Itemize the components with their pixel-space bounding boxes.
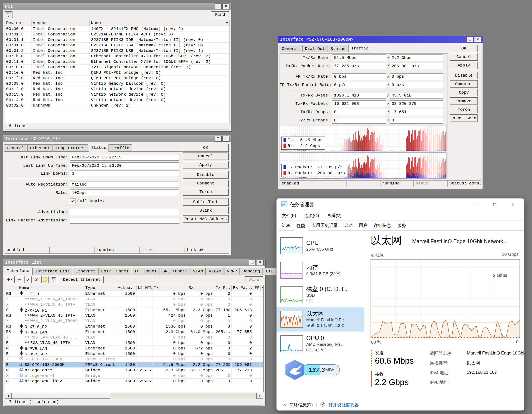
x710-comment-button[interactable]: Comment	[183, 180, 228, 187]
table-row[interactable]: XSZ-CTC-163-300MPPPoE Client0 bps0 bps00	[5, 357, 263, 362]
table-row[interactable]: 00:01.0Intel Corporation82371SB PIIX3 IS…	[5, 43, 229, 48]
x710-apply-button[interactable]: Apply	[183, 161, 228, 168]
table-row[interactable]: 00:03.0Red Hat, Inc.Virtio memory balloo…	[5, 81, 229, 87]
x710-disable-button[interactable]: Disable	[183, 171, 228, 179]
table-row[interactable]: Rbridge-wan-iptvBridge1500655350 bps0 bp…	[5, 379, 263, 384]
table-row[interactable]: 00:14.0Red Hat, Inc.Virtio network devic…	[5, 97, 229, 103]
iflist-col-txp[interactable]: Tx P...	[214, 285, 232, 291]
tx-rx-packets-tx-field[interactable]: 10 631 008	[332, 100, 386, 107]
tx-rx-bytes-rx-field[interactable]: 43.9 GiB	[390, 92, 443, 99]
tab-服务[interactable]: 服务	[394, 221, 409, 231]
maximize-icon[interactable]: □	[215, 136, 222, 142]
iflist-tab-vlan[interactable]: VLAN	[190, 268, 206, 275]
close-icon[interactable]: ×	[504, 200, 522, 209]
table-row[interactable]: R6-USB_SFPEthernet15000 bps0 bps00	[5, 351, 263, 357]
iflist-col-tx[interactable]: Tx	[152, 285, 187, 291]
table-row[interactable]: 00:12.0Red Hat, Inc.Virtio network devic…	[5, 87, 229, 92]
tx-rx-rate-tx-field[interactable]: 51.5 Mbps	[332, 55, 386, 61]
scroll-left-icon[interactable]: ◀	[5, 393, 11, 399]
pppoe-ok-button[interactable]: OK	[450, 45, 478, 52]
pci-col-device[interactable]: Device△	[5, 20, 31, 26]
close-icon[interactable]: ×	[222, 3, 229, 9]
pppoe-comment-button[interactable]: Comment	[450, 80, 478, 88]
table-row[interactable]: 00:02.0unknownunknown (rev: 2)	[5, 103, 229, 108]
fp-tx-rx-rate-tx-field[interactable]: 0 bps	[332, 73, 386, 80]
table-row[interactable]: XWAN_2-VLAN_46_TR069VLAN0 bps0 bps00	[5, 318, 263, 324]
full-duplex-checkbox[interactable]: ✔	[70, 198, 76, 204]
xunlei-speed-badge[interactable]: 137.3 MB/s	[284, 359, 340, 380]
maximize-icon[interactable]: □	[486, 200, 504, 209]
iflist-col-type[interactable]: Type	[84, 285, 117, 291]
x710-cable-test-button[interactable]: Cable Test	[183, 198, 228, 206]
table-row[interactable]: 00:1e.0Red Hat, Inc.QEMU PCI-PCI bridge …	[5, 70, 229, 76]
tx-rx-bytes-tx-field[interactable]: 1026.1 MiB	[332, 92, 386, 99]
pppoe-tab-general[interactable]: General	[279, 45, 302, 52]
enable-button[interactable]: ✔	[24, 276, 32, 283]
iflist-tab-bonding[interactable]: Bonding	[240, 268, 263, 275]
column-chooser[interactable]: /▼	[219, 20, 229, 26]
maximize-icon[interactable]: □	[466, 37, 473, 42]
sidebar-item-以太网[interactable]: 以太网Marvell FastLinQ Ec发送: 0.1 接收: 2.2 G	[276, 307, 364, 331]
iflist-col-rx[interactable]: Rx	[187, 285, 214, 291]
tab-应用历史记录[interactable]: 应用历史记录	[308, 221, 341, 231]
iflist-tab-interface-list[interactable]: Interface List	[32, 268, 73, 275]
scrollbar-thumb[interactable]	[11, 393, 110, 399]
table-row[interactable]: XROS_LAN_VLAN_46_...VLAN0 bps0 bps00	[5, 335, 263, 340]
pci-col-name[interactable]: Name	[90, 20, 219, 26]
advertising-field[interactable]	[70, 209, 179, 215]
tx-rx-errors-rx-field[interactable]: 0	[390, 117, 443, 124]
pppoe-remove-button[interactable]: Remove	[450, 97, 478, 105]
iflist-col-actual-mtu[interactable]: Actua...	[116, 285, 136, 291]
close-icon[interactable]: ×	[256, 260, 264, 265]
x710-tab-traffic[interactable]: Traffic	[109, 144, 132, 151]
table-row[interactable]: 00:11.0Intel CorporationEthernet Control…	[5, 59, 229, 65]
table-row[interactable]: 00:13.0Red Hat, Inc.Virtio network devic…	[5, 92, 229, 97]
x710-tab-status[interactable]: Status	[89, 144, 109, 152]
table-row[interactable]: R5-PVE_LANEthernet15000 bps672 bps02	[5, 346, 263, 351]
iflist-col-fp[interactable]: FP	[253, 285, 261, 291]
pppoe-tab-status[interactable]: Status	[328, 45, 348, 52]
table-row[interactable]: 00:1b.0Intel CorporationEthernet Control…	[5, 54, 229, 59]
horizontal-scrollbar[interactable]: ◀ ▶	[5, 393, 263, 399]
minimize-icon[interactable]: —	[467, 200, 486, 209]
iflist-tab-ip-tunnel[interactable]: IP Tunnel	[132, 268, 160, 275]
tab-详细信息[interactable]: 详细信息	[370, 221, 394, 231]
iflist-tab-interface[interactable]: Interface	[4, 267, 32, 275]
x710-torch-button[interactable]: Torch	[183, 188, 228, 196]
x710-blink-button[interactable]: Blink	[183, 207, 228, 214]
x710-reset-mac-address-button[interactable]: Reset MAC Address	[183, 215, 228, 223]
pppoe-tab-dial-out[interactable]: Dial Out	[302, 45, 327, 52]
column-chooser[interactable]: ▼	[261, 285, 263, 291]
sidebar-item-内存[interactable]: 内存9.3/31.8 GB (29%)	[276, 258, 364, 282]
remove-button[interactable]: −	[16, 276, 23, 283]
table-row[interactable]: RROS_VLAN_45_IPTVVLAN15000 bps0 bps00	[5, 340, 263, 346]
table-row[interactable]: 00:01.2Intel Corporation82371SB PIIX3 US…	[5, 48, 229, 54]
summary-toggle[interactable]: 简略信息(D)	[289, 402, 313, 408]
rate-field[interactable]: 10Gbps	[70, 190, 179, 196]
pppoe-torch-button[interactable]: Torch	[450, 106, 478, 113]
detect-internet-button[interactable]: Detect Internet	[60, 276, 104, 283]
table-row[interactable]: XWAN_1-VLAN_45_IPTVVLAN0 bps0 bps00	[5, 302, 263, 308]
collapse-icon[interactable]	[282, 402, 286, 407]
fp-tx-rx-packet-rate-tx-field[interactable]: 0 p/s	[332, 82, 386, 88]
table-row[interactable]: RSWAN_2-VLAN_45_IPTVVLAN1500424 bps0 bps…	[5, 313, 263, 318]
table-row[interactable]: 00:01.3Intel Corporation82371AB/EB/MB PI…	[5, 32, 229, 37]
x710-cancel-button[interactable]: Cancel	[183, 153, 228, 160]
iflist-tab-lte[interactable]: LTE	[263, 268, 276, 275]
table-row[interactable]: 00:01.1Intel Corporation82371SB PIIX3 ID…	[5, 37, 229, 43]
menu-文件-f[interactable]: 文件(F)	[279, 211, 299, 220]
tab-性能[interactable]: 性能	[294, 221, 308, 231]
table-row[interactable]: XWAN_1-VALN_46_TR069VLAN0 bps0 bps00	[5, 297, 263, 302]
sidebar-item-磁盘-0-c-d-e[interactable]: 磁盘 0 (C: D: E:SSD5%	[276, 282, 364, 307]
maximize-icon[interactable]: □	[249, 260, 256, 265]
tx-rx-packet-rate-tx-field[interactable]: 77 235 p/s	[332, 63, 386, 69]
close-icon[interactable]: ×	[222, 136, 229, 142]
comment-icon[interactable]	[41, 276, 49, 283]
table-row[interactable]: RSZ-CTC-163-2000MPPPoE Client148051.5 Mb…	[5, 362, 263, 368]
pppoe-copy-button[interactable]: Copy	[450, 89, 478, 96]
pppoe-apply-button[interactable]: Apply	[450, 62, 478, 69]
tx-rx-errors-tx-field[interactable]: 0	[332, 117, 386, 124]
scroll-right-icon[interactable]: ▶	[256, 393, 263, 399]
iflist-col-flags[interactable]	[5, 285, 18, 291]
x710-tab-general[interactable]: General	[4, 144, 27, 151]
